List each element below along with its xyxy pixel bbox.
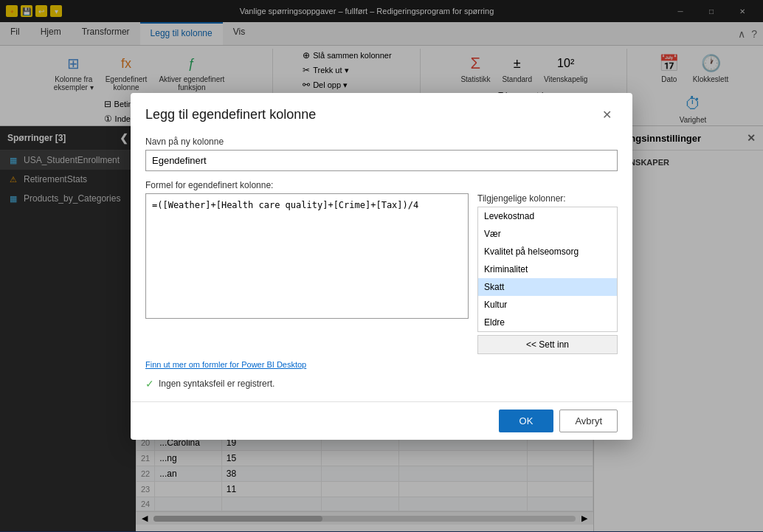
modal-dialog: Legg til egendefinert kolonne ✕ Navn på … (131, 93, 632, 440)
column-item-skatt[interactable]: Skatt (478, 278, 617, 296)
columns-list: Levekostnad Vær Kvalitet på helseomsorg … (477, 207, 618, 332)
name-label: Navn på ny kolonne (145, 137, 618, 147)
status-check-icon: ✓ (145, 378, 154, 390)
status-text: Ingen syntaksfeil er registrert. (159, 379, 275, 389)
formula-area: =([Weather]+[Health care quality]+[Crime… (145, 193, 618, 354)
column-item-kultur[interactable]: Kultur (478, 296, 617, 314)
columns-header: Tilgjengelige kolonner: (477, 193, 618, 204)
formula-label: Formel for egendefinert kolonne: (145, 180, 618, 190)
column-item-var[interactable]: Vær (478, 225, 617, 243)
insert-button[interactable]: << Sett inn (477, 335, 618, 354)
modal-close-button[interactable]: ✕ (596, 105, 618, 125)
column-name-input[interactable] (145, 150, 618, 171)
column-item-kriminalitet[interactable]: Kriminalitet (478, 260, 617, 278)
cancel-button[interactable]: Avbryt (559, 410, 618, 432)
modal-body: Navn på ny kolonne Formel for egendefine… (131, 131, 632, 401)
modal-footer: OK Avbryt (131, 401, 632, 440)
modal-overlay: Legg til egendefinert kolonne ✕ Navn på … (0, 0, 763, 532)
column-item-kvalitet[interactable]: Kvalitet på helseomsorg (478, 243, 617, 260)
columns-box: Tilgjengelige kolonner: Levekostnad Vær … (477, 193, 618, 354)
formula-textarea[interactable]: =([Weather]+[Health care quality]+[Crime… (145, 193, 469, 319)
column-item-eldre[interactable]: Eldre (478, 314, 617, 331)
modal-status: ✓ Ingen syntaksfeil er registrert. (145, 375, 618, 395)
learn-more-link[interactable]: Finn ut mer om formler for Power BI Desk… (145, 360, 618, 369)
formula-box: =([Weather]+[Health care quality]+[Crime… (145, 193, 469, 354)
modal-header: Legg til egendefinert kolonne ✕ (131, 93, 632, 131)
ok-button[interactable]: OK (499, 410, 554, 432)
column-item-levekostnad[interactable]: Levekostnad (478, 207, 617, 225)
modal-title: Legg til egendefinert kolonne (145, 107, 316, 122)
